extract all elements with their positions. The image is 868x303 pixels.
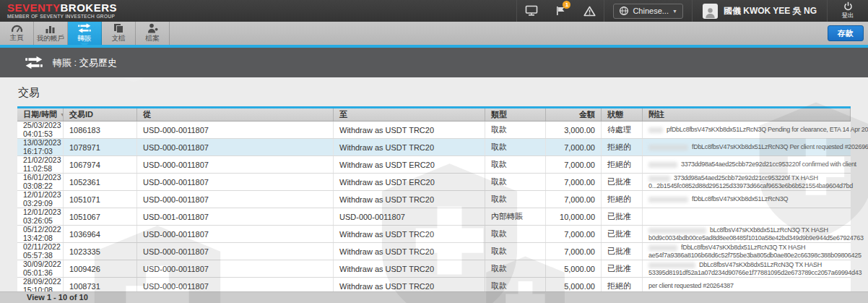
cell-type: 取款 bbox=[485, 191, 546, 208]
transactions-table: 日期/時間▼ 交易ID 從 至 類型 金額 狀態 附註 25/03/202304… bbox=[17, 106, 851, 295]
dashboard-icon bbox=[11, 24, 23, 33]
cell-from: USD-000-0011807 bbox=[137, 226, 334, 242]
cell-type: 取款 bbox=[485, 156, 546, 173]
cell-status: 拒絕的 bbox=[602, 191, 643, 208]
deposit-button[interactable]: 存款 bbox=[828, 25, 864, 41]
cell-type: 取款 bbox=[485, 243, 546, 260]
cell-to: USD-000-0011807 bbox=[334, 208, 485, 225]
user-name: 國儀 KWOK YEE 吳 NG bbox=[724, 5, 817, 17]
header-notes[interactable]: 附註 bbox=[643, 108, 851, 121]
cell-to: Withdraw as USDT ERC20 bbox=[334, 156, 485, 173]
breadcrumb: 轉賬 : 交易歷史 bbox=[53, 56, 117, 69]
cell-type: 取款 bbox=[485, 174, 546, 190]
nav-tab-accounts[interactable]: 我的帳戶 bbox=[34, 22, 68, 45]
brand-subtitle: MEMBER OF SEVENTY INVESTECH GROUP bbox=[7, 14, 117, 20]
power-icon bbox=[843, 1, 853, 11]
nav-tab-label: 文檔 bbox=[112, 34, 126, 43]
cell-notes: bLc8fbsV47sKXb8dx51LzRcN3Q TX HASHb0d9c0… bbox=[643, 226, 851, 242]
chevron-down-icon: ▼ bbox=[672, 9, 677, 14]
divider bbox=[604, 0, 604, 22]
redacted-text bbox=[648, 197, 688, 202]
table-row[interactable]: 12/01/202303:26:05 1051067 USD-001-00118… bbox=[17, 208, 851, 226]
cell-type: 取款 bbox=[485, 121, 546, 138]
cell-date: 25/03/202304:01:53 bbox=[17, 121, 64, 138]
cell-amount: 7,000.00 bbox=[546, 174, 602, 190]
documents-icon bbox=[113, 23, 124, 33]
header-status[interactable]: 狀態 bbox=[602, 108, 643, 121]
cell-to: Withdraw as USDT TRC20 bbox=[334, 191, 485, 208]
flag-notification-icon[interactable]: 1 bbox=[546, 0, 575, 22]
cell-transaction-id: 1051071 bbox=[64, 191, 137, 208]
cell-amount: 3,000.00 bbox=[546, 121, 602, 138]
brand-name-red: SEVENTY bbox=[7, 1, 61, 14]
cell-transaction-id: 1023335 bbox=[64, 243, 137, 260]
warning-icon[interactable] bbox=[575, 0, 604, 22]
cell-type: 取款 bbox=[485, 139, 546, 155]
header-date-time[interactable]: 日期/時間▼ bbox=[17, 108, 64, 121]
nav-tab-label: 我的帳戶 bbox=[37, 34, 64, 43]
redacted-text bbox=[648, 263, 695, 268]
cell-to: Withdraw as USDT ERC20 bbox=[334, 174, 485, 190]
nav-tab-transfer[interactable]: 轉賬 bbox=[68, 22, 102, 45]
nav-tab-label: 檔案 bbox=[146, 34, 160, 43]
cell-from: USD-000-0011807 bbox=[137, 121, 334, 138]
nav-tab-home[interactable]: 主頁 bbox=[0, 22, 34, 45]
header-from[interactable]: 從 bbox=[137, 108, 334, 121]
globe-icon bbox=[619, 6, 629, 16]
cell-status: 已批准 bbox=[602, 174, 643, 190]
cell-notes bbox=[643, 208, 851, 225]
brand-name-white: BROKERS bbox=[61, 1, 118, 14]
cell-amount: 7,000.00 bbox=[546, 191, 602, 208]
table-row[interactable]: 12/01/202303:29:09 1051071 USD-000-00118… bbox=[17, 191, 851, 208]
content-area: 交易 日期/時間▼ 交易ID 從 至 類型 金額 狀態 附註 25/03/202… bbox=[0, 77, 868, 295]
cell-from: USD-000-0011807 bbox=[137, 156, 334, 173]
nav-tab-documents[interactable]: 文檔 bbox=[102, 22, 136, 45]
table-row[interactable]: 30/09/202205:01:36 1009426 USD-000-00118… bbox=[17, 260, 851, 278]
cell-date: 16/01/202303:08:22 bbox=[17, 174, 64, 190]
redacted-text bbox=[648, 176, 670, 182]
cell-transaction-id: 1052361 bbox=[64, 174, 137, 190]
logout-button[interactable]: 登出 bbox=[828, 0, 868, 22]
cell-notes: fDbLc8fbsV47sKXb8dx51LzRcN3Q bbox=[643, 191, 851, 208]
cell-to: Withdraw as USDT TRC20 bbox=[334, 226, 485, 242]
header-type[interactable]: 類型 bbox=[485, 108, 546, 121]
monitor-icon[interactable] bbox=[517, 0, 546, 22]
table-row[interactable]: 21/02/202311:02:58 1067974 USD-000-00118… bbox=[17, 156, 851, 174]
table-row[interactable]: 02/11/202205:57:38 1023335 USD-000-00118… bbox=[17, 243, 851, 260]
cell-status: 拒絕的 bbox=[602, 139, 643, 155]
profile-icon bbox=[147, 23, 158, 33]
cell-status: 待處理 bbox=[602, 121, 643, 138]
cell-to: Withdraw as USDT TRC20 bbox=[334, 260, 485, 277]
breadcrumb-bar: 轉賬 : 交易歷史 bbox=[0, 48, 868, 77]
transfer-icon bbox=[77, 23, 92, 33]
accent-divider bbox=[0, 45, 868, 48]
cell-transaction-id: 1051067 bbox=[64, 208, 137, 225]
cell-status: 已批准 bbox=[602, 208, 643, 225]
cell-status: 拒絕的 bbox=[602, 156, 643, 173]
table-row[interactable]: 25/03/202304:01:53 1086183 USD-000-00118… bbox=[17, 121, 851, 139]
table-row[interactable]: 13/03/202316:17:03 1078971 USD-000-00118… bbox=[17, 139, 851, 156]
cell-date: 30/09/202205:01:36 bbox=[17, 260, 64, 277]
cell-notes: fDbLc8fbsV47sKXb8dx51LzRcN3Q TX HASHae54… bbox=[643, 243, 851, 260]
cell-amount: 7,000.00 bbox=[546, 156, 602, 173]
pagination-status: View 1 - 10 of 10 bbox=[0, 291, 868, 303]
language-selector[interactable]: Chinese... ▼ bbox=[613, 4, 682, 19]
cell-to: Withdraw as USDT TRC20 bbox=[334, 139, 485, 155]
cell-type: 取款 bbox=[485, 260, 546, 277]
table-row[interactable]: 16/01/202303:08:22 1052361 USD-000-00118… bbox=[17, 174, 851, 191]
main-nav: 主頁 我的帳戶 轉賬 文檔 檔案 存款 bbox=[0, 22, 868, 45]
user-menu[interactable]: 國儀 KWOK YEE 吳 NG bbox=[693, 0, 827, 22]
table-row[interactable]: 05/12/202213:42:08 1036964 USD-000-00118… bbox=[17, 226, 851, 243]
header-amount[interactable]: 金額 bbox=[546, 108, 602, 121]
cell-transaction-id: 1009426 bbox=[64, 260, 137, 277]
cell-notes: 3373dd98a54aed25cbb72e92d21cc953220f con… bbox=[643, 156, 851, 173]
cell-from: USD-000-0011807 bbox=[137, 260, 334, 277]
header-to[interactable]: 至 bbox=[334, 108, 485, 121]
cell-from: USD-001-0011807 bbox=[137, 208, 334, 225]
cell-notes: DbLc8fbsV47sKXb8dx51LzRcN3Q TX HASH53395… bbox=[643, 260, 851, 277]
redacted-text bbox=[648, 127, 663, 133]
cell-transaction-id: 1078971 bbox=[64, 139, 137, 155]
nav-tab-profile[interactable]: 檔案 bbox=[136, 22, 170, 45]
bar-chart-icon bbox=[45, 24, 56, 33]
header-transaction-id[interactable]: 交易ID bbox=[64, 108, 137, 121]
